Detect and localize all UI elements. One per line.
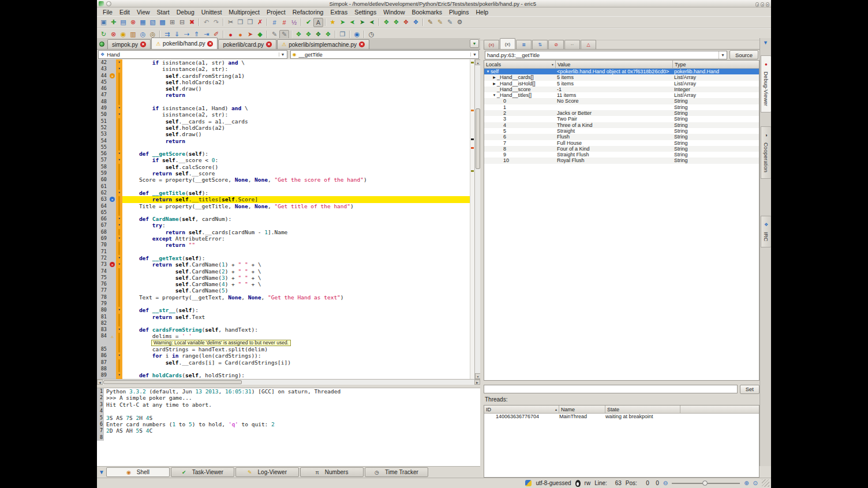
variable-input[interactable]: [484, 385, 738, 393]
gutter-icon-slot[interactable]: [108, 294, 116, 301]
gutter-icon-slot[interactable]: [108, 131, 116, 137]
fold-arrow-icon[interactable]: ▾: [116, 190, 122, 196]
settings-gear-button[interactable]: ⚙: [455, 18, 465, 27]
locals-row[interactable]: 10Royal FlushString: [484, 157, 759, 163]
warning-triangle-icon[interactable]: ⚠: [111, 334, 114, 339]
locals-row[interactable]: 4Three of a KindString: [484, 122, 759, 128]
fold-margin[interactable]: [116, 196, 122, 202]
filter-icon[interactable]: ▼: [760, 38, 771, 47]
bottom-tab-time-tracker[interactable]: ◷Time Tracker: [365, 467, 428, 477]
call-stack-tab[interactable]: ≣: [516, 40, 532, 49]
fold-arrow-icon[interactable]: ▾: [116, 151, 122, 157]
slider-thumb[interactable]: [702, 481, 708, 486]
scroll-left-arrow[interactable]: ◀: [97, 380, 103, 385]
menu-project[interactable]: Project: [263, 9, 289, 16]
fold-arrow-icon[interactable]: ▾: [116, 111, 122, 118]
locals-row[interactable]: 8Four of a KindString: [484, 146, 759, 152]
close-icon[interactable]: ✕: [359, 42, 365, 47]
tools-pencil-button[interactable]: ✎: [445, 18, 455, 27]
fold-margin[interactable]: [116, 242, 122, 248]
fold-arrow-icon[interactable]: ▾: [116, 222, 122, 228]
threads-header-id[interactable]: ID▲: [484, 406, 559, 413]
fold-margin[interactable]: [116, 359, 122, 366]
gutter-icon-slot[interactable]: [108, 203, 116, 209]
fold-margin[interactable]: [116, 131, 122, 137]
gutter-icon-slot[interactable]: [108, 320, 116, 326]
gutter-icon-slot[interactable]: [108, 255, 116, 261]
gutter-icon-slot[interactable]: [108, 249, 116, 255]
edit-pencil-button[interactable]: ✎: [425, 18, 435, 27]
print-preview-button[interactable]: ⊟: [177, 18, 187, 27]
expander-open-icon[interactable]: ▼: [485, 69, 491, 74]
bookmark-next-button[interactable]: ➤: [338, 18, 347, 27]
gutter-icon-slot[interactable]: ⚠: [108, 333, 116, 339]
scroll-up-arrow[interactable]: ▲: [475, 59, 480, 65]
eol-linux-icon[interactable]: [575, 480, 581, 487]
bottom-tab-shell[interactable]: ◉Shell: [106, 467, 170, 477]
threads-header-state[interactable]: State: [605, 406, 680, 413]
gutter-icon-slot[interactable]: [108, 352, 116, 359]
menu-settings[interactable]: Settings: [351, 9, 380, 16]
editor-tab-pokerlib-simplemachine-py[interactable]: ⚠pokerlib/simplemachine.py✕: [277, 39, 369, 49]
fold-arrow-icon[interactable]: ▾: [116, 235, 122, 242]
fold-margin[interactable]: [116, 346, 122, 352]
toggle-comment-button[interactable]: ½: [289, 18, 299, 27]
bottom-tab-task-viewer[interactable]: ✔Task-Viewer: [171, 467, 234, 477]
document-save-button[interactable]: ▦: [138, 18, 148, 27]
menu-start[interactable]: Start: [154, 9, 173, 16]
fold-margin[interactable]: [116, 320, 122, 326]
gutter-icon-slot[interactable]: ✕: [108, 261, 116, 268]
gutter-icon-slot[interactable]: [108, 314, 116, 320]
menu-refactoring[interactable]: Refactoring: [289, 9, 327, 16]
fold-margin[interactable]: [116, 275, 122, 281]
fold-margin[interactable]: [116, 92, 122, 98]
gutter-icon-slot[interactable]: [108, 359, 116, 366]
gutter-icon-slot[interactable]: [108, 92, 116, 98]
gutter-icon-slot[interactable]: [108, 59, 116, 66]
gutter-icon-slot[interactable]: [108, 301, 116, 307]
zoom-out-icon[interactable]: ⊖: [663, 480, 668, 486]
expander-closed-icon[interactable]: ▶: [492, 81, 497, 87]
filter-icon[interactable]: ▼: [97, 469, 106, 475]
exceptions-tab[interactable]: △: [581, 40, 596, 49]
locals-row[interactable]: _Hand__score-1Integer: [484, 87, 759, 92]
copy-button[interactable]: ❐: [235, 18, 245, 27]
gutter-icon-slot[interactable]: [108, 66, 116, 72]
fold-margin[interactable]: [116, 209, 122, 216]
gutter-icon-slot[interactable]: [108, 216, 116, 222]
gutter-icon-slot[interactable]: [108, 125, 116, 131]
maximize-button[interactable]: ∧: [761, 2, 764, 7]
call-trace-tab[interactable]: ⇅: [532, 40, 548, 49]
gutter-icon-slot[interactable]: [108, 209, 116, 216]
resize-grip[interactable]: [762, 479, 769, 487]
sidebar-tab-debug-viewer[interactable]: ●Debug-Viewer: [761, 55, 771, 112]
gutter-icon-slot[interactable]: [108, 287, 116, 294]
cut-button[interactable]: ✂: [226, 18, 235, 27]
locals-row[interactable]: 7Full HouseString: [484, 140, 759, 146]
fold-margin[interactable]: [116, 203, 122, 209]
code-editor[interactable]: 42▾ if isinstance(a1, str) and \43▾ isin…: [97, 59, 480, 379]
bookmark-prev-button[interactable]: ➤: [347, 18, 357, 27]
fold-margin[interactable]: [116, 249, 122, 255]
bookmark-toggle-button[interactable]: ★: [328, 18, 338, 27]
fold-margin[interactable]: [116, 229, 122, 235]
gutter-icon-slot[interactable]: [108, 235, 116, 242]
fold-margin[interactable]: [116, 366, 122, 372]
uncomment-button[interactable]: #: [279, 18, 289, 27]
warning-next-button[interactable]: ❖: [381, 18, 391, 27]
sidebar-tab-irc[interactable]: ❖IRC: [761, 216, 771, 247]
document-close-button[interactable]: ⊗: [128, 18, 138, 27]
menu-file[interactable]: File: [99, 9, 116, 16]
fold-margin[interactable]: [116, 138, 122, 144]
fold-arrow-icon[interactable]: ▾: [116, 157, 122, 163]
menu-plugins[interactable]: Plugins: [446, 9, 472, 16]
expander-closed-icon[interactable]: ▶: [492, 74, 497, 80]
menu-multiproject[interactable]: Multiproject: [225, 9, 263, 16]
shell-panel[interactable]: 1Python 3.3.2 (default, Jun 13 2013, 16:…: [97, 388, 480, 466]
bookmark-file-next-button[interactable]: ➤: [357, 18, 367, 27]
bottom-tab-numbers[interactable]: πNumbers: [300, 467, 364, 477]
gutter-icon-slot[interactable]: [108, 144, 116, 151]
breakpoints-tab[interactable]: ⊘: [548, 40, 564, 49]
locals-row[interactable]: 1String: [484, 104, 759, 110]
tab-list-dropdown-button[interactable]: ▼: [470, 39, 479, 48]
